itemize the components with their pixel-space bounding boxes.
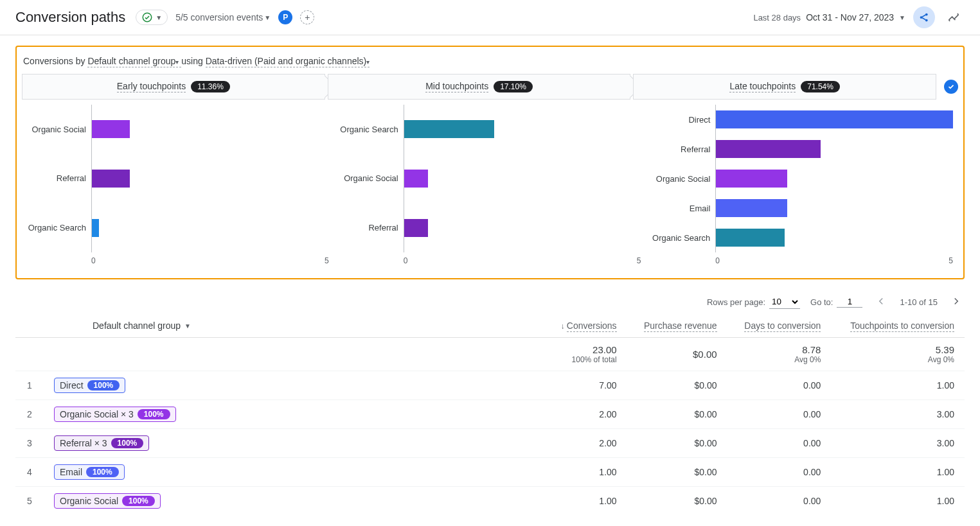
table-row[interactable]: 5 Organic Social 100% 1.00 $0.00 0.00 1.… bbox=[15, 487, 965, 516]
touchpoint-chart: Organic SocialReferralOrganic Search 05 bbox=[22, 105, 334, 265]
plus-icon: + bbox=[305, 12, 310, 22]
axis-tick: 0 bbox=[715, 256, 720, 265]
status-dropdown[interactable]: ▼ bbox=[136, 10, 168, 25]
goto-input[interactable] bbox=[837, 296, 862, 308]
chevron-down-icon: ▾ bbox=[175, 58, 179, 66]
funnel-steps: Early touchpoints11.36%Mid touchpoints17… bbox=[22, 74, 958, 100]
add-segment-button[interactable]: + bbox=[300, 10, 314, 24]
bar bbox=[404, 170, 428, 188]
path-chip: Email 100% bbox=[54, 464, 125, 480]
table-row[interactable]: 1 Direct 100% 7.00 $0.00 0.00 1.00 bbox=[15, 371, 965, 400]
dimension-dropdown[interactable]: Default channel group▾ bbox=[87, 56, 181, 67]
charts-row: Organic SocialReferralOrganic Search 05 … bbox=[22, 105, 958, 265]
channel-group-dropdown[interactable]: Default channel group ▼ bbox=[93, 320, 191, 331]
table-pagination: Rows per page: 10 Go to: 1-10 of 15 bbox=[15, 290, 965, 314]
chip-channel: Organic Social bbox=[60, 496, 118, 506]
path-chip: Direct 100% bbox=[54, 378, 125, 393]
insights-button[interactable] bbox=[943, 6, 965, 28]
insights-icon bbox=[947, 11, 960, 24]
table-section: Rows per page: 10 Go to: 1-10 of 15 Defa… bbox=[15, 290, 965, 515]
chip-channel: Direct bbox=[60, 380, 84, 390]
touchpoint-chart: Organic SearchOrganic SocialReferral 05 bbox=[334, 105, 646, 265]
table-row[interactable]: 2 Organic Social × 3 100% 2.00 $0.00 0.0… bbox=[15, 400, 965, 429]
chip-pct: 100% bbox=[87, 380, 120, 390]
funnel-step[interactable]: Early touchpoints11.36% bbox=[22, 74, 325, 100]
page-header: Conversion paths ▼ 5/5 conversion events… bbox=[0, 0, 980, 35]
path-chip: Referral × 3 100% bbox=[54, 435, 149, 451]
funnel-step-label: Late touchpoints bbox=[729, 81, 796, 92]
bar bbox=[716, 110, 953, 128]
bar bbox=[404, 219, 428, 237]
path-chip: Organic Social × 3 100% bbox=[54, 407, 176, 422]
bar-label: Organic Social bbox=[651, 174, 715, 184]
chevron-down-icon: ▼ bbox=[899, 14, 905, 21]
funnel-complete-icon bbox=[944, 80, 958, 94]
bar bbox=[716, 199, 787, 217]
bar-label: Organic Search bbox=[27, 223, 91, 232]
bar-label: Referral bbox=[339, 223, 404, 232]
rows-per-page-label: Rows per page: bbox=[707, 297, 765, 307]
axis-tick: 5 bbox=[949, 256, 953, 265]
col-touchpoints[interactable]: Touchpoints to conversion bbox=[831, 314, 965, 338]
chip-pct: 100% bbox=[138, 409, 170, 419]
chart-controls: Conversions by Default channel group▾ us… bbox=[22, 53, 958, 74]
chevron-down-icon: ▼ bbox=[156, 14, 162, 21]
chevron-left-icon bbox=[875, 295, 887, 307]
bar bbox=[404, 120, 494, 138]
chip-channel: Organic Social × 3 bbox=[60, 409, 134, 419]
bar-label: Referral bbox=[27, 173, 91, 183]
sort-desc-icon: ↓ bbox=[560, 322, 566, 331]
chip-channel: Email bbox=[60, 467, 82, 477]
col-revenue[interactable]: Purchase revenue bbox=[627, 314, 727, 338]
chevron-down-icon: ▼ bbox=[184, 322, 191, 329]
funnel-step-pct: 17.10% bbox=[494, 81, 533, 92]
col-days[interactable]: Days to conversion bbox=[727, 314, 832, 338]
page-range: 1-10 of 15 bbox=[900, 297, 938, 307]
table-row[interactable]: 3 Referral × 3 100% 2.00 $0.00 0.00 3.00 bbox=[15, 429, 965, 458]
funnel-step[interactable]: Late touchpoints71.54% bbox=[633, 74, 936, 100]
funnel-step-label: Early touchpoints bbox=[117, 81, 186, 92]
funnel-step-pct: 11.36% bbox=[191, 81, 230, 92]
bar-label: Organic Search bbox=[339, 125, 404, 134]
bar-label: Organic Social bbox=[27, 125, 91, 134]
chevron-down-icon: ▼ bbox=[264, 14, 271, 21]
axis-tick: 0 bbox=[91, 256, 96, 265]
bar bbox=[92, 120, 130, 138]
axis-tick: 5 bbox=[325, 256, 329, 265]
bar bbox=[716, 229, 785, 247]
chip-channel: Referral × 3 bbox=[60, 438, 107, 448]
bar bbox=[92, 219, 99, 237]
check-circle-icon bbox=[141, 12, 153, 23]
chevron-right-icon bbox=[950, 295, 962, 307]
share-icon bbox=[918, 12, 930, 23]
share-button[interactable] bbox=[913, 6, 935, 28]
col-conversions[interactable]: ↓ Conversions bbox=[545, 314, 627, 338]
funnel-step-label: Mid touchpoints bbox=[425, 81, 488, 92]
events-filter[interactable]: 5/5 conversion events ▼ bbox=[175, 12, 271, 22]
chevron-down-icon: ▾ bbox=[366, 58, 370, 66]
bar-label: Organic Search bbox=[651, 233, 715, 243]
chip-pct: 100% bbox=[111, 438, 144, 448]
segment-badge[interactable]: P bbox=[278, 10, 292, 24]
bar-label: Organic Social bbox=[339, 173, 404, 183]
table-row[interactable]: 4 Email 100% 1.00 $0.00 0.00 1.00 bbox=[15, 458, 965, 487]
summary-row: 23.00100% of total $0.00 8.78Avg 0% 5.39… bbox=[15, 338, 965, 371]
svg-point-0 bbox=[143, 13, 152, 22]
date-range-picker[interactable]: Last 28 days Oct 31 - Nov 27, 2023 ▼ bbox=[753, 12, 905, 22]
page-title: Conversion paths bbox=[15, 9, 125, 26]
touchpoint-chart: DirectReferralOrganic SocialEmailOrganic… bbox=[646, 105, 958, 265]
rows-per-page-select[interactable]: 10 bbox=[769, 295, 800, 309]
bar bbox=[716, 140, 820, 158]
goto-label: Go to: bbox=[810, 297, 833, 307]
funnel-step-pct: 71.54% bbox=[801, 81, 840, 92]
chip-pct: 100% bbox=[122, 496, 155, 506]
axis-tick: 5 bbox=[637, 256, 641, 265]
touchpoints-card: Conversions by Default channel group▾ us… bbox=[15, 46, 965, 279]
funnel-step[interactable]: Mid touchpoints17.10% bbox=[328, 74, 631, 100]
prev-page-button[interactable] bbox=[873, 295, 889, 309]
path-chip: Organic Social 100% bbox=[54, 493, 161, 509]
bar bbox=[716, 170, 787, 188]
bar bbox=[92, 170, 130, 188]
next-page-button[interactable] bbox=[948, 295, 965, 309]
model-dropdown[interactable]: Data-driven (Paid and organic channels)▾ bbox=[206, 56, 370, 67]
